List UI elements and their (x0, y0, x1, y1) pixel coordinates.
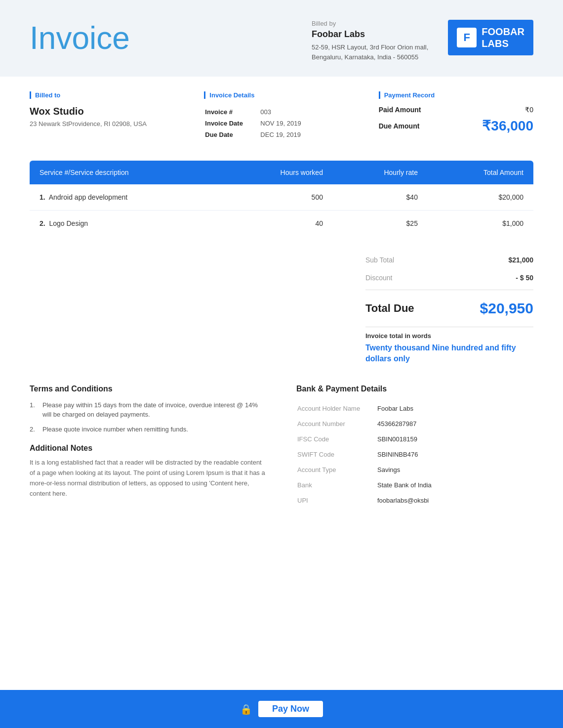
info-section: Billed to Wox Studio 23 Newark StProvide… (0, 77, 563, 156)
bank-field-value: SBIN0018159 (377, 432, 532, 446)
words-label: Invoice total in words (365, 332, 533, 340)
bank-field-label: SWIFT Code (297, 447, 376, 462)
bank-row: IFSC CodeSBIN0018159 (297, 432, 532, 446)
lock-icon: 🔒 (240, 703, 252, 715)
bottom-section: Terms and Conditions 1.Please pay within… (30, 385, 533, 509)
billed-to-block: Billed to Wox Studio 23 Newark StProvide… (30, 91, 184, 141)
totals-section: Sub Total $21,000 Discount - $ 50 Total … (30, 251, 533, 365)
header-right: Billed by Foobar Labs 52-59, HSR Layout,… (312, 20, 533, 62)
paid-amount-row: Paid Amount ₹0 (379, 106, 533, 114)
logo-box: F FOOBAR LABS (448, 20, 533, 55)
billed-to-name: Wox Studio (30, 106, 184, 117)
words-value: Twenty thousand Nine hundred and fifty d… (365, 343, 533, 365)
invoice-page: Invoice Billed by Foobar Labs 52-59, HSR… (0, 0, 563, 728)
bank-title: Bank & Payment Details (296, 385, 533, 393)
list-item: 2.Please quote invoice number when remit… (30, 425, 267, 434)
logo-name-line2: LABS (482, 38, 524, 49)
invoice-detail-label: Invoice # (205, 107, 259, 117)
totals-inner: Sub Total $21,000 Discount - $ 50 Total … (365, 251, 533, 365)
table-row: 2. Logo Design 40 $25 $1,000 (30, 211, 533, 237)
invoice-detail-value: 003 (260, 107, 358, 117)
due-amount-row: Due Amount ₹36,000 (379, 118, 533, 134)
subtotal-label: Sub Total (365, 256, 394, 264)
col-rate: Hourly rate (333, 161, 428, 184)
col-hours: Hours worked (222, 161, 333, 184)
invoice-detail-row: Due DateDEC 19, 2019 (205, 129, 358, 140)
logo-name-line1: FOOBAR (482, 26, 524, 38)
service-rate: $40 (333, 184, 428, 211)
invoice-detail-row: Invoice #003 (205, 107, 358, 117)
invoice-detail-label: Invoice Date (205, 118, 259, 128)
bank-field-label: UPI (297, 493, 376, 508)
terms-list: 1.Please pay within 15 days from the dat… (30, 400, 267, 434)
invoice-detail-label: Due Date (205, 129, 259, 140)
terms-section: Terms and Conditions 1.Please pay within… (30, 385, 267, 509)
bank-field-label: Account Holder Name (297, 401, 376, 416)
invoice-title: Invoice (30, 20, 130, 56)
term-number: 1. (30, 400, 39, 420)
due-value: ₹36,000 (482, 118, 533, 134)
services-table-body: 1. Android app development 500 $40 $20,0… (30, 184, 533, 236)
payment-record-label: Payment Record (379, 91, 533, 99)
bank-field-value: State Bank of India (377, 478, 532, 492)
service-total: $20,000 (428, 184, 533, 211)
totals-divider2 (365, 327, 533, 327)
bank-table: Account Holder NameFoobar LabsAccount Nu… (296, 400, 533, 509)
bank-row: Account Number45366287987 (297, 417, 532, 431)
services-table-header: Service #/Service description Hours work… (30, 161, 533, 184)
pay-now-button[interactable]: Pay Now (258, 701, 323, 717)
invoice-details-label: Invoice Details (204, 91, 359, 99)
bank-field-value: 45366287987 (377, 417, 532, 431)
discount-value: - $ 50 (516, 274, 533, 282)
service-total: $1,000 (428, 211, 533, 237)
bank-field-label: Account Number (297, 417, 376, 431)
term-number: 2. (30, 425, 39, 434)
bank-row: Account Holder NameFoobar Labs (297, 401, 532, 416)
bank-field-label: Account Type (297, 463, 376, 477)
term-text: Please pay within 15 days from the date … (42, 400, 267, 420)
service-description: 2. Logo Design (30, 211, 222, 237)
due-label: Due Amount (379, 122, 420, 130)
notes-title: Additional Notes (30, 444, 267, 453)
billed-by-name: Foobar Labs (312, 29, 428, 40)
total-due-row: Total Due $20,950 (365, 293, 533, 324)
paid-value: ₹0 (525, 106, 533, 114)
service-rate: $25 (333, 211, 428, 237)
invoice-details-block: Invoice Details Invoice #003Invoice Date… (204, 91, 359, 141)
total-due-value: $20,950 (480, 300, 533, 317)
discount-row: Discount - $ 50 (365, 269, 533, 287)
logo-icon: F (457, 28, 477, 47)
totals-divider (365, 290, 533, 290)
bank-field-label: Bank (297, 478, 376, 492)
services-table-container: Service #/Service description Hours work… (30, 161, 533, 236)
logo-text: FOOBAR LABS (482, 26, 524, 49)
col-service: Service #/Service description (30, 161, 222, 184)
payment-record-block: Payment Record Paid Amount ₹0 Due Amount… (379, 91, 533, 141)
subtotal-value: $21,000 (508, 256, 533, 264)
bank-field-value: Savings (377, 463, 532, 477)
subtotal-row: Sub Total $21,000 (365, 251, 533, 269)
bank-row: UPIfoobarlabs@oksbi (297, 493, 532, 508)
bank-field-value: foobarlabs@oksbi (377, 493, 532, 508)
billed-by-address-line1: 52-59, HSR Layout, 3rd Floor Orion mall, (312, 43, 428, 52)
header-section: Invoice Billed by Foobar Labs 52-59, HSR… (0, 0, 563, 77)
invoice-detail-row: Invoice DateNOV 19, 2019 (205, 118, 358, 128)
billed-by-section: Billed by Foobar Labs 52-59, HSR Layout,… (312, 20, 428, 62)
footer[interactable]: 🔒 Pay Now (0, 690, 563, 728)
notes-text: It is a long established fact that a rea… (30, 458, 267, 499)
table-row: 1. Android app development 500 $40 $20,0… (30, 184, 533, 211)
bank-row: BankState Bank of India (297, 478, 532, 492)
service-description: 1. Android app development (30, 184, 222, 211)
discount-label: Discount (365, 274, 392, 282)
list-item: 1.Please pay within 15 days from the dat… (30, 400, 267, 420)
bank-field-value: Foobar Labs (377, 401, 532, 416)
services-table: Service #/Service description Hours work… (30, 161, 533, 236)
invoice-details-table: Invoice #003Invoice DateNOV 19, 2019Due … (204, 106, 359, 141)
col-total: Total Amount (428, 161, 533, 184)
billed-to-address: 23 Newark StProvidence, RI 02908, USA (30, 120, 184, 128)
bank-row: SWIFT CodeSBININBB476 (297, 447, 532, 462)
invoice-detail-value: DEC 19, 2019 (260, 129, 358, 140)
bank-field-value: SBININBB476 (377, 447, 532, 462)
billed-by-address-line2: Bengaluru, Karnataka, India - 560055 (312, 52, 428, 62)
billed-to-label: Billed to (30, 91, 184, 99)
